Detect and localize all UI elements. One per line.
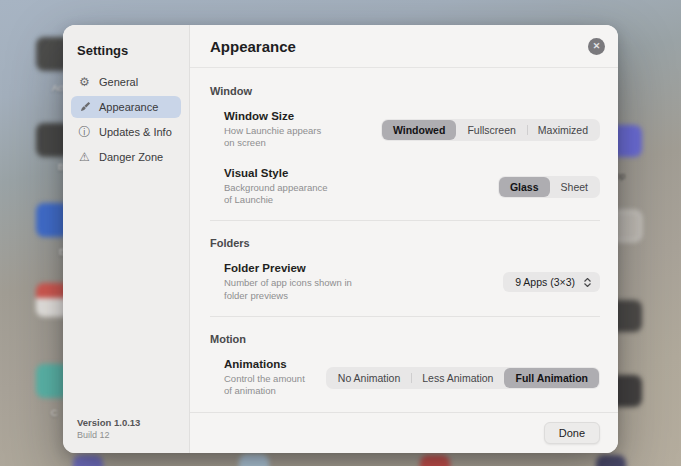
sidebar-item-label: General (99, 76, 138, 88)
section-label-folders: Folders (210, 237, 600, 249)
section-divider (210, 316, 600, 317)
version-number: Version 1.0.13 (77, 417, 140, 428)
version-info: Version 1.0.13 Build 12 (77, 417, 140, 440)
close-icon: ✕ (593, 41, 601, 51)
sidebar-item-label: Danger Zone (99, 151, 163, 163)
settings-sidebar: Settings ⚙ General Appearance (63, 25, 190, 453)
setting-row-window-size: Window Size How Launchie appears on scre… (224, 110, 600, 150)
segment-maximized[interactable]: Maximized (527, 120, 599, 140)
build-number: Build 12 (77, 430, 140, 440)
segment-full-animation[interactable]: Full Animation (504, 368, 599, 388)
segment-less-animation[interactable]: Less Animation (411, 368, 504, 388)
paintbrush-icon (77, 101, 92, 113)
visual-style-segmented-control: Glass Sheet (498, 176, 600, 198)
settings-content: Window Window Size How Launchie appears … (190, 68, 618, 412)
setting-text: Visual Style Background appearance of La… (224, 167, 328, 207)
sidebar-item-label: Appearance (99, 101, 158, 113)
segment-sheet[interactable]: Sheet (550, 177, 599, 197)
desktop-app-label: C (51, 408, 58, 418)
close-button[interactable]: ✕ (588, 38, 605, 55)
desktop-app-icon (73, 455, 103, 466)
setting-text: Window Size How Launchie appears on scre… (224, 110, 321, 150)
info-icon: ⓘ (77, 124, 92, 141)
setting-title: Folder Preview (224, 262, 352, 274)
dialog-footer: Done (190, 412, 618, 453)
setting-row-folder-preview: Folder Preview Number of app icons shown… (224, 262, 600, 302)
setting-title: Window Size (224, 110, 321, 122)
sidebar-item-general[interactable]: ⚙ General (71, 71, 181, 93)
panel-header: Appearance ✕ (190, 25, 618, 68)
setting-row-animations: Animations Control the amount of animati… (224, 358, 600, 398)
setting-description: Number of app icons shown in folder prev… (224, 277, 352, 302)
desktop-app-icon (239, 454, 269, 466)
segment-windowed[interactable]: Windowed (382, 120, 456, 140)
settings-dialog: Settings ⚙ General Appearance (63, 25, 618, 453)
segment-glass[interactable]: Glass (499, 177, 550, 197)
folder-preview-dropdown[interactable]: 9 Apps (3×3) (503, 272, 600, 292)
sidebar-title: Settings (77, 43, 189, 58)
desktop-app-icon (420, 455, 450, 466)
setting-title: Animations (224, 358, 305, 370)
animations-segmented-control: No Animation Less Animation Full Animati… (326, 367, 600, 389)
setting-text: Folder Preview Number of app icons shown… (224, 262, 352, 302)
window-size-segmented-control: Windowed Fullscreen Maximized (381, 119, 600, 141)
segment-no-animation[interactable]: No Animation (327, 368, 411, 388)
dropdown-value: 9 Apps (3×3) (515, 276, 575, 288)
sidebar-item-danger-zone[interactable]: ⚠ Danger Zone (71, 146, 181, 168)
sidebar-item-label: Updates & Info (99, 126, 172, 138)
sidebar-nav: ⚙ General Appearance ⓘ Updates & Info (71, 71, 181, 168)
page-title: Appearance (210, 38, 296, 55)
setting-description: How Launchie appears on screen (224, 125, 321, 150)
section-label-motion: Motion (210, 333, 600, 345)
setting-title: Visual Style (224, 167, 328, 179)
setting-description: Control the amount of animation (224, 373, 305, 398)
chevron-up-down-icon (584, 278, 591, 287)
desktop-background: Acti B E C top Settings ⚙ General (0, 0, 681, 466)
segment-fullscreen[interactable]: Fullscreen (456, 120, 526, 140)
setting-description: Background appearance of Launchie (224, 182, 328, 207)
section-divider (210, 220, 600, 221)
setting-row-visual-style: Visual Style Background appearance of La… (224, 167, 600, 207)
sidebar-item-appearance[interactable]: Appearance (71, 96, 181, 118)
setting-text: Animations Control the amount of animati… (224, 358, 305, 398)
settings-main-panel: Appearance ✕ Window Window Size How Laun… (190, 25, 618, 453)
done-button[interactable]: Done (544, 422, 600, 444)
warning-icon: ⚠ (77, 150, 92, 164)
section-label-window: Window (210, 85, 600, 97)
sidebar-item-updates-info[interactable]: ⓘ Updates & Info (71, 121, 181, 143)
gear-icon: ⚙ (77, 75, 92, 89)
desktop-app-icon (596, 455, 626, 466)
